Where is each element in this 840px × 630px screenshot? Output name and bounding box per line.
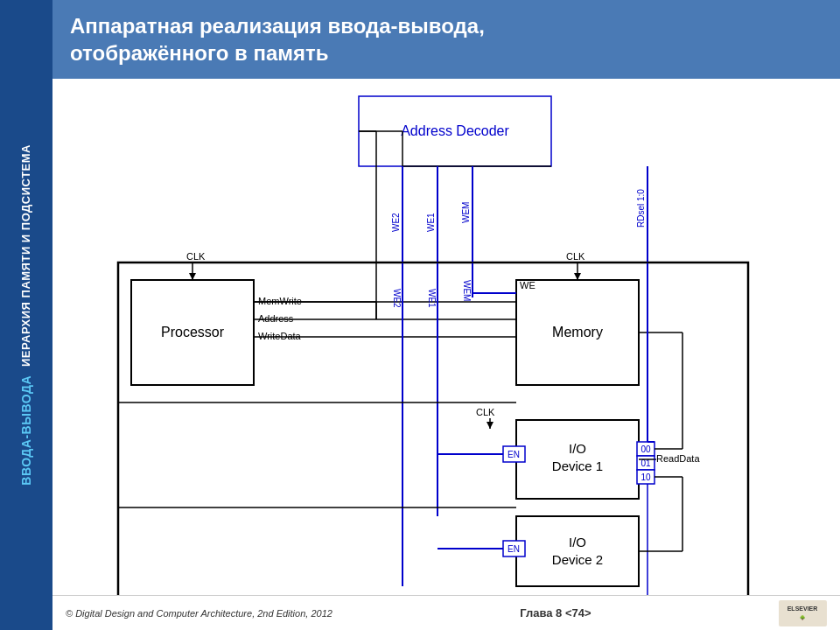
- svg-text:ELSEVIER: ELSEVIER: [788, 606, 818, 612]
- svg-text:00: 00: [640, 444, 651, 454]
- svg-text:MemWrite: MemWrite: [258, 296, 302, 306]
- svg-marker-53: [486, 422, 494, 429]
- svg-text:🌳: 🌳: [800, 615, 806, 621]
- svg-text:I/O: I/O: [569, 535, 586, 550]
- svg-text:WEM: WEM: [461, 202, 471, 223]
- svg-text:Processor: Processor: [161, 325, 225, 340]
- svg-text:Device 2: Device 2: [552, 552, 603, 567]
- svg-text:ReadData: ReadData: [656, 453, 700, 464]
- footer-page: Глава 8 <74>: [520, 606, 591, 620]
- sidebar-text-bottom: ВВОДА-ВЫВОДА: [19, 375, 34, 486]
- svg-text:Device 1: Device 1: [552, 458, 603, 473]
- svg-text:Address Decoder: Address Decoder: [401, 123, 509, 138]
- sidebar-text-top: ИЕРАРХИЯ ПАМЯТИ И ПОДСИСТЕМА: [19, 144, 33, 367]
- svg-marker-15: [189, 273, 196, 280]
- svg-text:CLK: CLK: [186, 251, 206, 262]
- svg-text:CLK: CLK: [476, 407, 495, 417]
- svg-text:Memory: Memory: [552, 325, 603, 340]
- svg-text:EN: EN: [508, 544, 520, 554]
- diagram: Address Decoder Processor Memory I/O Dev…: [52, 79, 840, 595]
- sidebar: ИЕРАРХИЯ ПАМЯТИ И ПОДСИСТЕМА ВВОДА-ВЫВОД…: [0, 0, 52, 630]
- svg-text:Address: Address: [258, 313, 294, 324]
- svg-text:CLK: CLK: [566, 251, 585, 262]
- svg-text:EN: EN: [508, 450, 520, 459]
- svg-text:WEM: WEM: [462, 280, 472, 301]
- svg-text:WE1: WE1: [426, 213, 436, 232]
- svg-rect-9: [516, 516, 639, 586]
- svg-marker-48: [574, 273, 581, 280]
- footer: © Digital Design and Computer Architectu…: [52, 595, 840, 630]
- svg-text:WriteData: WriteData: [258, 331, 302, 341]
- main-content: Address Decoder Processor Memory I/O Dev…: [52, 79, 840, 595]
- footer-copyright: © Digital Design and Computer Architectu…: [66, 608, 332, 619]
- elsevier-logo: ELSEVIER 🌳: [779, 600, 827, 626]
- svg-rect-87: [779, 600, 827, 626]
- svg-text:WE: WE: [520, 280, 536, 290]
- page-header: Аппаратная реализация ввода-вывода, отоб…: [52, 0, 840, 79]
- page-title: Аппаратная реализация ввода-вывода, отоб…: [70, 12, 485, 66]
- svg-text:WE2: WE2: [392, 289, 402, 308]
- svg-text:RDsel 1:0: RDsel 1:0: [636, 189, 646, 228]
- svg-text:WE2: WE2: [391, 213, 401, 232]
- svg-text:I/O: I/O: [569, 441, 586, 456]
- svg-text:WE1: WE1: [427, 289, 437, 308]
- svg-text:10: 10: [640, 472, 651, 482]
